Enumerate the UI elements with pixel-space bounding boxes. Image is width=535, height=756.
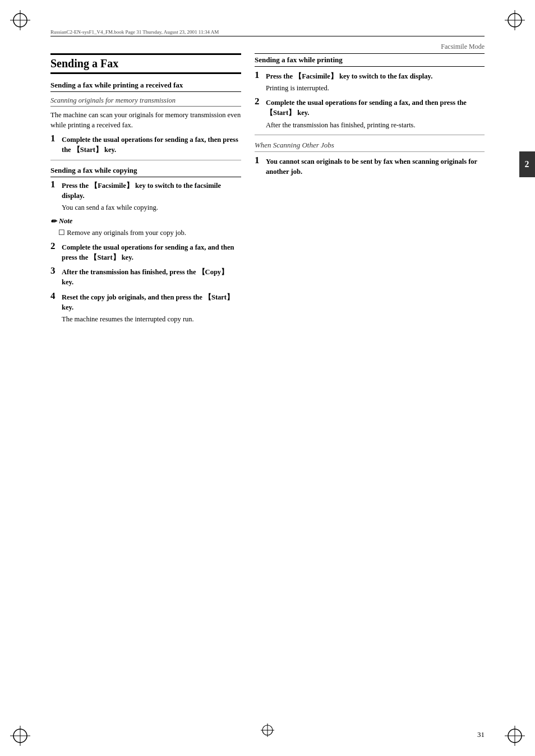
section-title: Sending a Fax bbox=[50, 53, 241, 74]
right-column: Sending a fax while printing 1 Press the… bbox=[255, 53, 485, 717]
step-number: 1 bbox=[50, 179, 59, 189]
note-box: ✏ Note ☐ Remove any originals from your … bbox=[50, 217, 241, 238]
pencil-icon: ✏ bbox=[50, 217, 57, 226]
divider1 bbox=[50, 160, 241, 160]
step-content: Complete the usual operations for sendin… bbox=[62, 242, 241, 262]
note-title: ✏ Note bbox=[50, 217, 241, 226]
step-content: Press the 【Facsimile】 key to switch to t… bbox=[266, 71, 485, 93]
step-content: Complete the usual operations for sendin… bbox=[62, 135, 241, 155]
subsection2-step2: 2 Complete the usual operations for send… bbox=[50, 242, 241, 262]
content-area: Sending a Fax Sending a fax while printi… bbox=[50, 53, 485, 717]
subsection2-step3: 3 After the transmission has finished, p… bbox=[50, 267, 241, 287]
step-content: After the transmission has finished, pre… bbox=[62, 267, 241, 287]
corner-mark-tl bbox=[10, 10, 30, 30]
note-item: ☐ Remove any originals from your copy jo… bbox=[56, 228, 241, 238]
right-divider bbox=[255, 135, 485, 135]
right-step1: 1 Press the 【Facsimile】 key to switch to… bbox=[255, 71, 485, 93]
subsection1-step1: 1 Complete the usual operations for send… bbox=[50, 135, 241, 155]
right-subsection1-title: Sending a fax while printing bbox=[255, 53, 485, 67]
step-number: 1 bbox=[50, 133, 59, 143]
corner-mark-tr bbox=[505, 10, 525, 30]
page-number: 31 bbox=[477, 730, 485, 739]
subsection2-title: Sending a fax while copying bbox=[50, 166, 241, 177]
when-scanning-heading: When Scanning Other Jobs bbox=[255, 141, 485, 152]
right-scanning-step1: 1 You cannot scan originals to be sent b… bbox=[255, 156, 485, 177]
step-content: Reset the copy job originals, and then p… bbox=[62, 292, 241, 324]
corner-mark-br bbox=[505, 726, 525, 746]
bottom-cross bbox=[261, 723, 274, 739]
corner-mark-bl bbox=[10, 726, 30, 746]
subsection2-step1: 1 Press the 【Facsimile】 key to switch to… bbox=[50, 181, 241, 213]
chapter-tab: 2 bbox=[519, 151, 535, 177]
subsection1-subheading: Scanning originals for memory transmissi… bbox=[50, 96, 241, 107]
step-content: You cannot scan originals to be sent by … bbox=[266, 156, 485, 177]
step-number: 4 bbox=[50, 291, 59, 301]
step-content: Press the 【Facsimile】 key to switch to t… bbox=[62, 181, 241, 213]
page-header: Facsimile Mode bbox=[441, 43, 485, 51]
subsection2-step4: 4 Reset the copy job originals, and then… bbox=[50, 292, 241, 324]
step-number: 2 bbox=[255, 96, 264, 106]
subsection1-title: Sending a fax while printing a received … bbox=[50, 81, 241, 92]
right-step2: 2 Complete the usual operations for send… bbox=[255, 98, 485, 130]
step-number: 3 bbox=[50, 266, 59, 275]
step-content: Complete the usual operations for sendin… bbox=[266, 98, 485, 130]
subsection1-body: The machine can scan your originals for … bbox=[50, 110, 241, 130]
step-number: 2 bbox=[50, 241, 59, 251]
file-info: RussianC2-EN-sysF1_V4_FM.book Page 31 Th… bbox=[50, 29, 485, 36]
step-number: 1 bbox=[255, 155, 264, 165]
step-number: 1 bbox=[255, 70, 264, 80]
left-column: Sending a Fax Sending a fax while printi… bbox=[50, 53, 241, 717]
